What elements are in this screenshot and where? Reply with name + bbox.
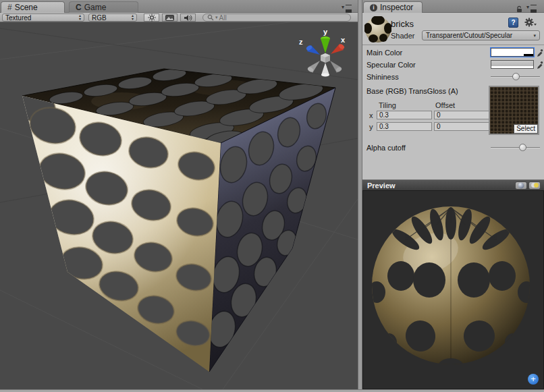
- scene-audio-toggle[interactable]: [180, 13, 196, 22]
- image-icon: [165, 15, 174, 21]
- color-mode-value: RGB: [92, 14, 107, 22]
- gear-menu-icon[interactable]: [524, 18, 537, 30]
- search-filter-caret-icon: ▾: [215, 15, 218, 20]
- search-filter-label: All: [219, 14, 227, 22]
- shininess-slider[interactable]: [491, 72, 540, 81]
- alpha-cutoff-slider[interactable]: [491, 143, 540, 152]
- tiling-y-field[interactable]: [377, 122, 432, 131]
- scene-grid-icon: #: [7, 3, 12, 12]
- tiling-row-y-label: y: [369, 123, 373, 131]
- preview-title: Preview: [367, 181, 396, 190]
- shader-dropdown[interactable]: Transparent/Cutout/Specular ▾: [422, 30, 540, 40]
- tab-inspector-label: Inspector: [380, 3, 413, 12]
- tiling-x-field[interactable]: [377, 111, 432, 119]
- chevron-down-icon: ▾: [526, 4, 529, 10]
- slider-thumb[interactable]: [512, 73, 520, 80]
- specular-color-swatch[interactable]: [491, 60, 534, 69]
- eyedropper-icon[interactable]: [537, 48, 543, 57]
- base-texture-label: Base (RGB) TransGloss (A): [366, 87, 458, 95]
- scene-skybox-toggle[interactable]: [162, 13, 178, 22]
- select-texture-button[interactable]: Select: [514, 124, 538, 134]
- hamburger-icon: [531, 5, 537, 9]
- window-bottom-edge: [0, 389, 544, 392]
- preview-sphere-render: [363, 191, 543, 389]
- scene-toolbar: Textured ▴▾ RGB ▴▾: [0, 13, 358, 22]
- lights-icon: [531, 182, 539, 188]
- stepper-arrows-icon: ▴▾: [79, 14, 81, 21]
- help-icon[interactable]: ?: [508, 18, 518, 28]
- tiling-row-x-label: x: [369, 111, 373, 119]
- tab-game[interactable]: C Game: [69, 1, 138, 13]
- alpha-cutoff-label: Alpha cutoff: [366, 144, 406, 152]
- tab-game-label: Game: [84, 3, 107, 12]
- search-icon: [207, 14, 214, 21]
- slider-track: [491, 147, 540, 148]
- gizmo-z-label: z: [299, 38, 303, 46]
- scene-lighting-toggle[interactable]: [144, 13, 159, 22]
- render-mode-dropdown[interactable]: Textured ▴▾: [2, 13, 84, 22]
- inspector-panel: i Inspector ▾: [362, 0, 544, 389]
- specular-color-label: Specular Color: [366, 61, 416, 69]
- scene-search-input[interactable]: ▾ All: [202, 13, 351, 22]
- material-preview-thumbnail[interactable]: [364, 16, 391, 43]
- gizmo-y-label: y: [323, 28, 328, 36]
- scene-viewport-canvas[interactable]: y x z: [0, 0, 358, 389]
- inspector-tabstrip: i Inspector ▾: [362, 0, 544, 13]
- alpha-strip: [491, 54, 533, 56]
- sun-icon: [148, 13, 156, 22]
- material-preview-area[interactable]: +: [362, 190, 544, 389]
- divider: [362, 45, 544, 45]
- lock-icon[interactable]: [516, 3, 523, 16]
- inspector-pane-menu[interactable]: ▾: [526, 4, 537, 10]
- panel-divider[interactable]: [358, 0, 362, 389]
- add-preview-button[interactable]: +: [528, 374, 539, 385]
- game-icon: C: [76, 3, 82, 12]
- main-color-swatch[interactable]: [491, 48, 534, 57]
- scene-tabstrip: # Scene C Game ▾: [0, 0, 358, 13]
- preview-header[interactable]: Preview: [362, 179, 544, 190]
- preview-model-button[interactable]: [515, 181, 527, 190]
- sphere-icon: [518, 182, 524, 189]
- info-icon: i: [370, 4, 377, 11]
- preview-lighting-button[interactable]: [528, 181, 541, 190]
- shader-label: Shader: [391, 32, 414, 40]
- offset-x-field[interactable]: [434, 111, 489, 119]
- tab-scene-label: Scene: [15, 3, 38, 12]
- scene-panel: y x z # Scene C Game ▾ Textured: [0, 0, 358, 389]
- tab-scene[interactable]: # Scene: [1, 1, 65, 13]
- main-color-label: Main Color: [366, 49, 402, 57]
- chevron-down-icon: ▾: [533, 33, 536, 38]
- slider-thumb[interactable]: [519, 144, 526, 151]
- offset-header: Offset: [435, 101, 455, 109]
- alpha-strip: [491, 66, 533, 68]
- scene-pane-menu[interactable]: ▾: [342, 4, 352, 10]
- tiling-header: Tiling: [379, 101, 396, 109]
- tab-inspector[interactable]: i Inspector: [363, 1, 423, 13]
- unity-editor-window: y x z # Scene C Game ▾ Textured: [0, 0, 544, 392]
- offset-y-field[interactable]: [434, 122, 489, 131]
- gizmo-x-label: x: [341, 36, 346, 44]
- eyedropper-icon[interactable]: [537, 60, 543, 69]
- speaker-icon: [184, 14, 192, 22]
- material-name: bricks: [391, 19, 414, 29]
- render-mode-value: Textured: [5, 14, 31, 22]
- hamburger-icon: [346, 5, 352, 9]
- shader-dropdown-value: Transparent/Cutout/Specular: [426, 32, 512, 39]
- chevron-down-icon: ▾: [342, 4, 344, 10]
- shininess-label: Shininess: [366, 73, 399, 81]
- stepper-arrows-icon: ▴▾: [132, 14, 134, 21]
- base-texture-thumbnail[interactable]: Select: [489, 86, 539, 135]
- color-mode-dropdown[interactable]: RGB ▴▾: [88, 13, 137, 22]
